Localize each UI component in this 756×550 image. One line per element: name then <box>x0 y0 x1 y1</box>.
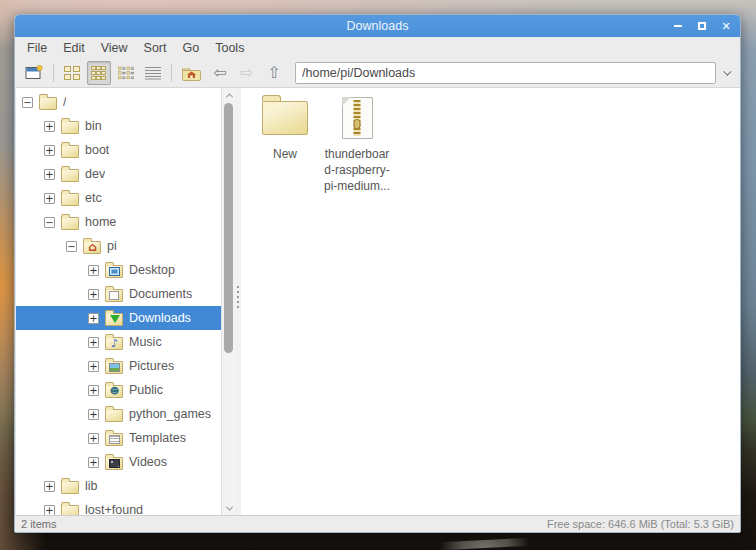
tree-item-documents[interactable]: + Documents <box>16 282 221 306</box>
tree-item-label: home <box>85 215 116 229</box>
expander-icon[interactable]: + <box>88 385 99 396</box>
window-title: Downloads <box>15 19 740 33</box>
file-item-label: thunderboar d-raspberry- pi-medium... <box>324 146 390 194</box>
title-bar[interactable]: Downloads ✕ <box>15 15 740 37</box>
back-button[interactable]: ⇦ <box>208 61 232 85</box>
template-page-icon <box>109 435 120 444</box>
compact-view-icon <box>118 66 134 80</box>
expander-icon[interactable]: − <box>22 97 33 108</box>
status-bar: 2 items Free space: 646.6 MiB (Total: 5.… <box>15 515 740 532</box>
label-line: thunderboar <box>324 146 390 162</box>
close-icon[interactable]: ✕ <box>720 19 732 33</box>
tree-item-public[interactable]: + Public <box>16 378 221 402</box>
expander-icon[interactable]: + <box>44 145 55 156</box>
tree-item-pictures[interactable]: + Pictures <box>16 354 221 378</box>
templates-folder-icon <box>105 433 123 446</box>
tree-item-label: Downloads <box>129 311 191 325</box>
scroll-up-icon[interactable] <box>222 88 236 102</box>
tree-item-desktop[interactable]: + Desktop <box>16 258 221 282</box>
path-entry-input[interactable] <box>295 62 716 84</box>
detailed-list-view-button[interactable] <box>141 61 165 85</box>
expander-icon[interactable]: + <box>88 337 99 348</box>
expander-icon[interactable]: + <box>88 409 99 420</box>
file-item-label: New <box>273 146 297 162</box>
menu-go[interactable]: Go <box>175 39 208 57</box>
zip-archive-icon <box>342 97 373 139</box>
tree-item-music[interactable]: + Music <box>16 330 221 354</box>
folder-icon <box>61 145 79 158</box>
path-dropdown-button[interactable] <box>718 62 734 84</box>
tree-item-root[interactable]: − / <box>16 90 221 114</box>
folder-icon <box>262 101 308 135</box>
expander-icon[interactable]: + <box>44 121 55 132</box>
menu-file[interactable]: File <box>19 39 55 57</box>
file-item-new-folder[interactable]: New <box>249 93 321 162</box>
maximize-icon[interactable] <box>696 19 708 33</box>
expander-icon[interactable]: − <box>66 241 77 252</box>
expander-icon[interactable]: + <box>44 193 55 204</box>
tree-item-downloads[interactable]: + Downloads <box>16 306 221 330</box>
expander-icon[interactable]: + <box>88 361 99 372</box>
thumbnail-view-button[interactable] <box>87 61 111 85</box>
menu-edit[interactable]: Edit <box>55 39 93 57</box>
folder-icon <box>61 481 79 494</box>
tree-item-videos[interactable]: + Videos <box>16 450 221 474</box>
splitter-grip-icon <box>237 284 239 308</box>
new-tab-button[interactable] <box>21 61 47 85</box>
expander-icon[interactable]: + <box>88 265 99 276</box>
expander-icon[interactable]: + <box>44 169 55 180</box>
file-item-thunderboard-zip[interactable]: thunderboar d-raspberry- pi-medium... <box>321 93 393 194</box>
up-button[interactable]: ⇧ <box>262 61 286 85</box>
forward-button[interactable]: ⇨ <box>235 61 259 85</box>
expander-icon[interactable]: + <box>44 481 55 492</box>
tree-item-boot[interactable]: + boot <box>16 138 221 162</box>
tree-item-lost-found[interactable]: + lost+found <box>16 498 221 515</box>
zipper-icon <box>354 100 361 136</box>
pictures-folder-icon <box>105 361 123 374</box>
expander-icon[interactable]: + <box>88 457 99 468</box>
tree-item-home[interactable]: − home <box>16 210 221 234</box>
home-button[interactable] <box>178 61 205 85</box>
tree-item-dev[interactable]: + dev <box>16 162 221 186</box>
videos-folder-icon <box>105 457 123 470</box>
expander-icon[interactable]: − <box>44 217 55 228</box>
menu-view[interactable]: View <box>93 39 136 57</box>
scroll-down-icon[interactable] <box>222 501 236 515</box>
file-view[interactable]: New thunderboar d-raspberry- pi-medium..… <box>241 88 740 515</box>
minimize-icon[interactable] <box>672 19 684 33</box>
tree-item-templates[interactable]: + Templates <box>16 426 221 450</box>
expander-icon[interactable]: + <box>44 505 55 516</box>
chevron-down-icon <box>723 67 731 75</box>
sidebar-scrollbar[interactable] <box>221 88 235 515</box>
tree-item-python-games[interactable]: + python_games <box>16 402 221 426</box>
expander-icon[interactable]: + <box>88 313 99 324</box>
thumbnail-view-icon <box>91 66 107 80</box>
folder-icon <box>105 409 123 422</box>
music-folder-icon <box>105 337 123 350</box>
folder-icon <box>39 97 57 110</box>
pane-splitter[interactable] <box>235 88 241 515</box>
menu-sort[interactable]: Sort <box>136 39 175 57</box>
compact-view-button[interactable] <box>114 61 138 85</box>
tree-item-bin[interactable]: + bin <box>16 114 221 138</box>
tree-item-label: Music <box>129 335 162 349</box>
desktop-folder-icon <box>105 265 123 278</box>
tree-item-label: / <box>63 95 66 109</box>
tree-item-label: bin <box>85 119 102 133</box>
file-manager-window: Downloads ✕ File Edit View Sort Go Tools <box>14 14 741 533</box>
expander-icon[interactable]: + <box>88 433 99 444</box>
tree-item-pi[interactable]: − pi <box>16 234 221 258</box>
toolbar-separator <box>53 64 54 82</box>
icon-view-button[interactable] <box>60 61 84 85</box>
downloads-folder-icon <box>105 313 123 326</box>
house-icon <box>87 243 98 252</box>
item-count: 2 items <box>21 518 56 530</box>
expander-icon[interactable]: + <box>88 289 99 300</box>
tree-item-etc[interactable]: + etc <box>16 186 221 210</box>
scrollbar-thumb[interactable] <box>224 103 233 353</box>
tree-item-lib[interactable]: + lib <box>16 474 221 498</box>
zipper-pull-icon <box>354 119 361 129</box>
menu-tools[interactable]: Tools <box>207 39 252 57</box>
tree-item-label: dev <box>85 167 105 181</box>
forward-arrow-icon: ⇨ <box>240 63 253 83</box>
